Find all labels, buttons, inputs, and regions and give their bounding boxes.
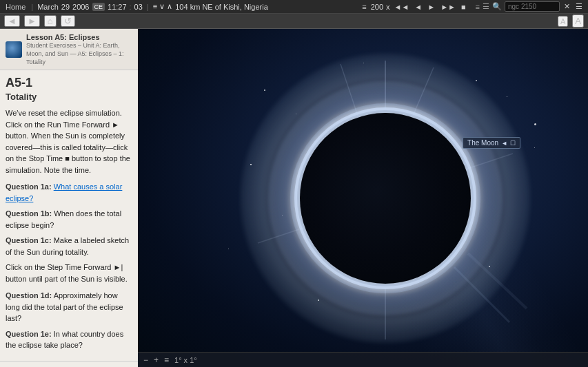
direction-icons: ≡ ∨ ∧ bbox=[153, 2, 173, 11]
prev-prev-btn[interactable]: ◄◄ bbox=[393, 3, 411, 11]
lesson-icon bbox=[6, 41, 22, 58]
q1e-label: Question 1e: bbox=[6, 330, 52, 338]
search-icon: 🔍 bbox=[492, 2, 502, 11]
star-12 bbox=[534, 147, 535, 148]
font-large-button[interactable]: A bbox=[572, 14, 584, 28]
year-display: 2006 bbox=[72, 3, 89, 11]
zoom-x: x bbox=[386, 3, 390, 11]
refresh-button[interactable]: ↺ bbox=[61, 15, 75, 27]
svg-line-9 bbox=[454, 267, 509, 322]
font-small-button[interactable]: A bbox=[558, 16, 568, 27]
moon-info-icon[interactable]: ☐ bbox=[510, 140, 516, 147]
zoom-in-btn[interactable]: + bbox=[154, 355, 159, 365]
main-area: Lesson A5: Eclipses Student Exercises – … bbox=[0, 29, 588, 367]
home-button[interactable]: ⌂ bbox=[44, 15, 57, 27]
question-1e: Question 1e: In what country does the ec… bbox=[6, 328, 132, 351]
moon-disc bbox=[300, 113, 471, 284]
info-icon: ☰ bbox=[483, 2, 489, 11]
lesson-title: Lesson A5: Eclipses bbox=[26, 32, 132, 42]
next-btn[interactable]: ►► bbox=[439, 3, 457, 11]
question-1b: Question 1b: When does the total eclipse… bbox=[6, 208, 132, 231]
stop-btn[interactable]: ■ bbox=[460, 3, 467, 11]
question-1a: Question 1a: What causes a solar eclipse… bbox=[6, 181, 132, 204]
forward-button[interactable]: ► bbox=[24, 15, 40, 27]
prev-btn[interactable]: ◄ bbox=[413, 3, 423, 11]
search-input[interactable] bbox=[505, 1, 560, 12]
step-text: Click on the Step Time Forward ►| button… bbox=[6, 262, 132, 284]
track-icon: ≡ bbox=[476, 3, 480, 11]
seconds-display: 03 bbox=[134, 3, 143, 11]
nav-footer: 2: Eclipse from England ► bbox=[0, 361, 138, 367]
ce-badge: CE bbox=[92, 3, 105, 11]
zoom-value: 200 bbox=[371, 3, 383, 11]
bottom-bar: − + ≡ 1° x 1° bbox=[138, 352, 588, 367]
question-1c: Question 1c: Make a labeled sketch of th… bbox=[6, 235, 132, 258]
star-7 bbox=[534, 123, 536, 125]
second-bar: ◄ ► ⌂ ↺ A A bbox=[0, 14, 588, 29]
home-link[interactable]: Home bbox=[4, 3, 27, 11]
location-text: 104 km NE of Kishi, Nigeria bbox=[175, 3, 268, 11]
moon-label: The Moon ◄ ☐ bbox=[463, 137, 520, 149]
back-button[interactable]: ◄ bbox=[4, 15, 20, 27]
star-8 bbox=[228, 249, 229, 249]
date-display: March bbox=[37, 3, 59, 11]
intro-text: We've reset the eclipse simulation. Clic… bbox=[6, 107, 132, 176]
play-btn[interactable]: ► bbox=[426, 3, 436, 11]
grid-btn[interactable]: ≡ bbox=[164, 355, 169, 365]
q1c-label: Question 1c: bbox=[6, 236, 52, 244]
lesson-header: Lesson A5: Eclipses Student Exercises – … bbox=[0, 29, 138, 70]
section-title: Totality bbox=[6, 92, 132, 102]
q1b-label: Question 1b: bbox=[6, 209, 52, 218]
sep1: | bbox=[31, 3, 33, 11]
content-area: A5-1 Totality We've reset the eclipse si… bbox=[0, 70, 138, 361]
q1d-label: Question 1d: bbox=[6, 291, 52, 300]
left-panel: Lesson A5: Eclipses Student Exercises – … bbox=[0, 29, 138, 367]
lesson-breadcrumb: Student Exercises – Unit A: Earth, Moon,… bbox=[26, 42, 132, 66]
time-display: 11:27 bbox=[108, 3, 127, 11]
svg-line-5 bbox=[341, 64, 358, 116]
moon-label-text: The Moon bbox=[467, 139, 498, 147]
time-sep: : bbox=[130, 3, 132, 11]
top-bar: Home | March 29 2006 CE 11:27 : 03 | ≡ ∨… bbox=[0, 0, 588, 14]
menu-btn[interactable]: ☰ bbox=[574, 2, 584, 11]
moon-arrow-icon: ◄ bbox=[501, 140, 507, 147]
section-id: A5-1 bbox=[6, 76, 132, 90]
zoom-menu-icon[interactable]: ≡ bbox=[361, 3, 367, 11]
search-clear-btn[interactable]: ✕ bbox=[562, 2, 571, 11]
q1a-label: Question 1a: bbox=[6, 182, 52, 191]
zoom-out-btn[interactable]: − bbox=[143, 355, 148, 365]
sep2: | bbox=[147, 3, 149, 11]
day-display: 29 bbox=[61, 3, 70, 11]
svg-line-4 bbox=[413, 67, 434, 116]
star-view[interactable]: The Moon ◄ ☐ − + ≡ 1° x 1° bbox=[138, 29, 588, 367]
question-1d: Question 1d: Approximately how long did … bbox=[6, 290, 132, 324]
svg-line-10 bbox=[468, 253, 527, 308]
lesson-title-block: Lesson A5: Eclipses Student Exercises – … bbox=[26, 32, 132, 66]
fov-display: 1° x 1° bbox=[174, 356, 197, 364]
